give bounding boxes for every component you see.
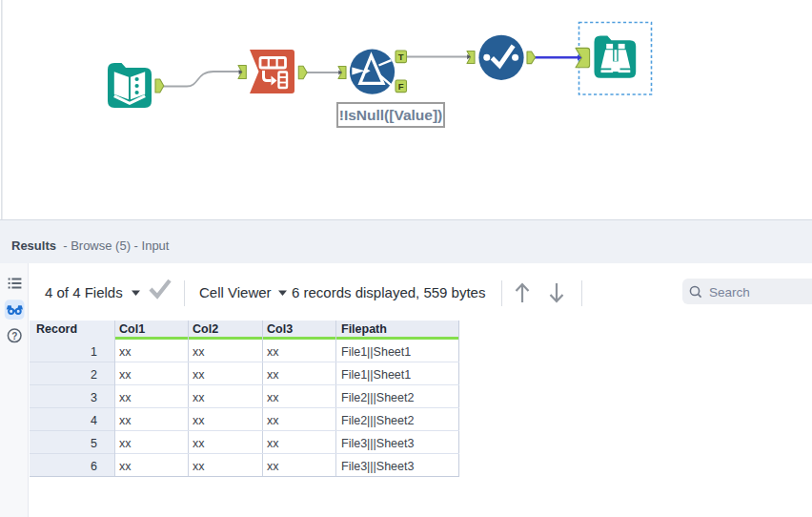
svg-text:?: ? xyxy=(11,331,17,341)
svg-text:T: T xyxy=(398,52,404,62)
svg-text:F: F xyxy=(398,81,404,92)
